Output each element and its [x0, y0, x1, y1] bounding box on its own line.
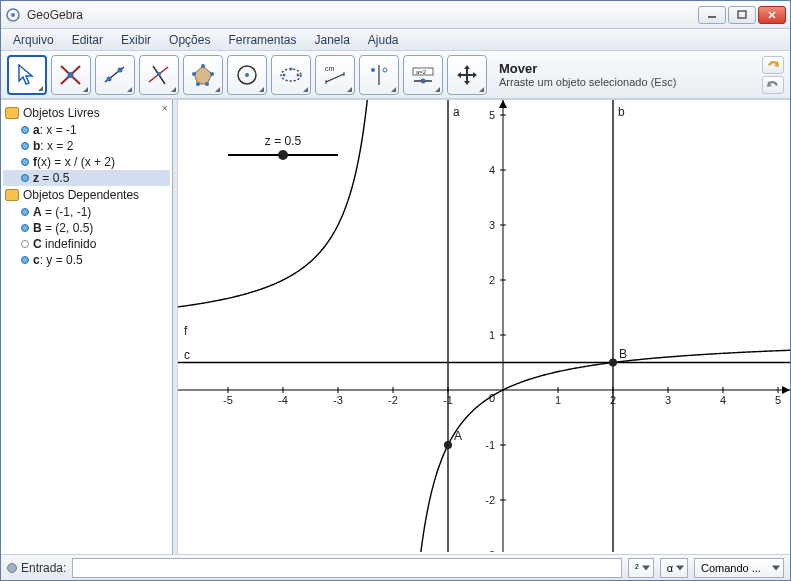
menubar: Arquivo Editar Exibir Opções Ferramentas… — [1, 29, 790, 51]
input-field[interactable] — [72, 558, 622, 578]
svg-text:1: 1 — [489, 329, 495, 341]
svg-text:-2: -2 — [388, 394, 398, 406]
toolbar: cm a=2 Mover Arraste um objeto seleciona… — [1, 51, 790, 99]
svg-text:-2: -2 — [485, 494, 495, 506]
redo-button[interactable] — [762, 76, 784, 94]
svg-text:c: c — [184, 348, 190, 362]
tree-item-c[interactable]: c: y = 0.5 — [3, 252, 170, 268]
tool-point[interactable] — [51, 55, 91, 95]
svg-point-8 — [68, 72, 74, 78]
minimize-button[interactable] — [698, 6, 726, 24]
svg-text:-1: -1 — [485, 439, 495, 451]
svg-point-88 — [609, 359, 617, 367]
visibility-dot-icon[interactable] — [21, 158, 29, 166]
visibility-dot-icon[interactable] — [21, 256, 29, 264]
tree-group[interactable]: Objetos Livres — [3, 104, 170, 122]
svg-marker-41 — [499, 100, 507, 108]
tool-move[interactable] — [7, 55, 47, 95]
menu-editar[interactable]: Editar — [64, 31, 111, 49]
svg-text:A: A — [454, 429, 462, 443]
visibility-dot-icon[interactable] — [21, 126, 29, 134]
command-dropdown[interactable]: Comando ... — [694, 558, 784, 578]
svg-point-37 — [421, 78, 426, 83]
svg-text:4: 4 — [720, 394, 726, 406]
svg-text:a: a — [453, 105, 460, 119]
svg-point-32 — [371, 68, 375, 72]
visibility-dot-icon[interactable] — [21, 174, 29, 182]
tree-item-b[interactable]: b: x = 2 — [3, 138, 170, 154]
item-label: c: y = 0.5 — [33, 253, 83, 267]
tree-item-B[interactable]: B = (2, 0.5) — [3, 220, 170, 236]
menu-exibir[interactable]: Exibir — [113, 31, 159, 49]
tool-perpendicular[interactable] — [139, 55, 179, 95]
object-tree: Objetos Livresa: x = -1b: x = 2f(x) = x … — [1, 100, 172, 272]
visibility-dot-icon[interactable] — [21, 240, 29, 248]
folder-icon — [5, 107, 19, 119]
tool-circle[interactable] — [227, 55, 267, 95]
input-label: Entrada: — [7, 561, 66, 575]
tool-conic[interactable] — [271, 55, 311, 95]
menu-ajuda[interactable]: Ajuda — [360, 31, 407, 49]
svg-point-17 — [210, 72, 214, 76]
svg-point-18 — [205, 82, 209, 86]
tool-name: Mover — [499, 61, 758, 76]
algebra-view[interactable]: × Objetos Livresa: x = -1b: x = 2f(x) = … — [1, 100, 173, 554]
svg-text:z = 0.5: z = 0.5 — [265, 134, 302, 148]
tool-polygon[interactable] — [183, 55, 223, 95]
menu-janela[interactable]: Janela — [306, 31, 357, 49]
visibility-dot-icon[interactable] — [21, 142, 29, 150]
app-window: GeoGebra Arquivo Editar Exibir Opções Fe… — [0, 0, 791, 581]
svg-point-91 — [278, 150, 288, 160]
tree-group[interactable]: Objetos Dependentes — [3, 186, 170, 204]
maximize-button[interactable] — [728, 6, 756, 24]
svg-text:-4: -4 — [278, 394, 288, 406]
svg-text:-3: -3 — [485, 549, 495, 552]
menu-opcoes[interactable]: Opções — [161, 31, 218, 49]
tool-transform[interactable] — [359, 55, 399, 95]
svg-point-20 — [192, 72, 196, 76]
svg-text:4: 4 — [489, 164, 495, 176]
tree-item-z[interactable]: z = 0.5 — [3, 170, 170, 186]
tree-item-f[interactable]: f(x) = x / (x + 2) — [3, 154, 170, 170]
main-area: × Objetos Livresa: x = -1b: x = 2f(x) = … — [1, 99, 790, 554]
item-label: a: x = -1 — [33, 123, 77, 137]
tree-item-C[interactable]: C indefinido — [3, 236, 170, 252]
symbol-dropdown-1[interactable]: ² — [628, 558, 654, 578]
svg-text:5: 5 — [489, 109, 495, 121]
tool-line[interactable] — [95, 55, 135, 95]
svg-text:a=2: a=2 — [416, 69, 427, 75]
svg-point-24 — [283, 73, 286, 76]
item-label: A = (-1, -1) — [33, 205, 91, 219]
undo-button[interactable] — [762, 56, 784, 74]
svg-point-22 — [245, 73, 249, 77]
symbol-dropdown-2[interactable]: α — [660, 558, 688, 578]
svg-point-86 — [444, 441, 452, 449]
visibility-dot-icon[interactable] — [21, 208, 29, 216]
svg-point-1 — [11, 13, 15, 17]
panel-close-icon[interactable]: × — [162, 102, 168, 114]
svg-text:1: 1 — [555, 394, 561, 406]
svg-text:-3: -3 — [333, 394, 343, 406]
tool-move-view[interactable] — [447, 55, 487, 95]
bullet-icon — [7, 563, 17, 573]
tree-item-A[interactable]: A = (-1, -1) — [3, 204, 170, 220]
tree-item-a[interactable]: a: x = -1 — [3, 122, 170, 138]
visibility-dot-icon[interactable] — [21, 224, 29, 232]
svg-rect-3 — [738, 11, 746, 18]
svg-point-11 — [118, 67, 123, 72]
menu-ferramentas[interactable]: Ferramentas — [220, 31, 304, 49]
svg-point-25 — [297, 73, 300, 76]
tool-slider[interactable]: a=2 — [403, 55, 443, 95]
svg-text:3: 3 — [665, 394, 671, 406]
svg-text:f: f — [184, 324, 188, 338]
svg-text:b: b — [618, 105, 625, 119]
svg-point-26 — [290, 67, 293, 70]
close-button[interactable] — [758, 6, 786, 24]
item-label: b: x = 2 — [33, 139, 73, 153]
group-label: Objetos Dependentes — [23, 188, 139, 202]
tool-measure[interactable]: cm — [315, 55, 355, 95]
window-title: GeoGebra — [27, 8, 698, 22]
graphics-view[interactable]: -5-4-3-2-112345-3-2-1123450abcfABz = 0.5 — [178, 100, 790, 554]
menu-arquivo[interactable]: Arquivo — [5, 31, 62, 49]
svg-marker-15 — [194, 66, 212, 84]
